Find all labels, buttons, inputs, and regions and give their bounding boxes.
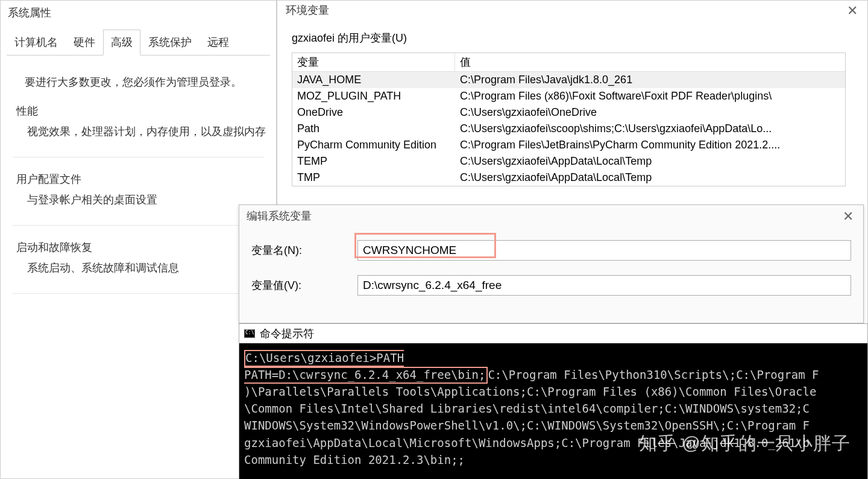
var-value: C:\Users\gzxiaofei\AppData\Local\Temp	[455, 153, 845, 170]
separator	[13, 293, 264, 294]
tab-computer-name[interactable]: 计算机名	[7, 30, 66, 55]
var-value: C:\Users\gzxiaofei\OneDrive	[455, 104, 845, 121]
cmd-path-prefix: PATH=D:\cwrsync_6.2.4_x64_free\bin;	[244, 368, 485, 381]
var-name: PyCharm Community Edition	[292, 137, 455, 153]
col-header-value[interactable]: 值	[455, 53, 845, 71]
table-row[interactable]: OneDrive C:\Users\gzxiaofei\OneDrive	[292, 104, 845, 121]
tab-advanced[interactable]: 高级	[103, 30, 140, 56]
cmd-output[interactable]: C:\Users\gzxiaofei>PATH PATH=D:\cwrsync_…	[239, 343, 867, 479]
performance-label: 性能	[16, 95, 266, 122]
cmd-prompt-line: C:\Users\gzxiaofei>PATH	[245, 351, 404, 364]
variable-name-label: 变量名(N):	[251, 243, 357, 258]
tab-system-protection[interactable]: 系统保护	[140, 30, 200, 55]
user-vars-table: 变量 值 JAVA_HOME C:\Program Files\Java\jdk…	[292, 52, 846, 186]
col-header-variable[interactable]: 变量	[292, 53, 455, 71]
system-properties-dialog: 系统属性 计算机名 硬件 高级 系统保护 远程 要进行大多数更改，您必须作为管理…	[0, 0, 277, 479]
var-name: OneDrive	[292, 104, 455, 121]
highlight-box: C:\Users\gzxiaofei>PATH PATH=D:\cwrsync_…	[244, 350, 488, 384]
close-icon[interactable]: ✕	[840, 209, 856, 224]
edit-dialog-title: 编辑系统变量	[247, 209, 312, 224]
var-name: MOZ_PLUGIN_PATH	[292, 88, 455, 104]
var-value: C:\Users\gzxiaofei\scoop\shims;C:\Users\…	[455, 121, 845, 137]
var-value: C:\Program Files\Java\jdk1.8.0_261	[455, 72, 845, 88]
variable-value-input[interactable]	[357, 275, 851, 296]
startup-label: 启动和故障恢复	[16, 232, 266, 258]
close-icon[interactable]: ✕	[844, 3, 860, 19]
var-name: Path	[292, 121, 455, 137]
tab-hardware[interactable]: 硬件	[66, 30, 103, 55]
table-row[interactable]: PyCharm Community Edition C:\Program Fil…	[292, 137, 845, 153]
system-properties-title: 系统属性	[1, 1, 276, 22]
table-row[interactable]: Path C:\Users\gzxiaofei\scoop\shims;C:\U…	[292, 121, 845, 137]
var-name: JAVA_HOME	[292, 72, 455, 88]
env-dialog-title: 环境变量	[286, 3, 329, 17]
user-profile-label: 用户配置文件	[16, 163, 266, 190]
user-vars-label: gzxiaofei 的用户变量(U)	[277, 31, 867, 52]
edit-system-variable-dialog: 编辑系统变量 ✕ 变量名(N): 变量值(V):	[239, 205, 864, 323]
tab-remote[interactable]: 远程	[200, 30, 237, 55]
system-properties-tabs: 计算机名 硬件 高级 系统保护 远程	[7, 30, 270, 56]
variable-value-label: 变量值(V):	[251, 278, 357, 293]
cmd-title: 命令提示符	[260, 326, 314, 341]
cmd-icon	[244, 329, 255, 338]
var-name: TEMP	[292, 153, 455, 170]
var-value: C:\Users\gzxiaofei\AppData\Local\Temp	[455, 170, 845, 186]
performance-text: 视觉效果，处理器计划，内存使用，以及虚拟内存	[19, 122, 266, 157]
var-value: C:\Program Files (x86)\Foxit Software\Fo…	[455, 88, 845, 104]
variable-name-input[interactable]	[357, 240, 851, 261]
user-profile-text: 与登录帐户相关的桌面设置	[19, 190, 266, 225]
table-row[interactable]: TMP C:\Users\gzxiaofei\AppData\Local\Tem…	[292, 170, 845, 186]
startup-text: 系统启动、系统故障和调试信息	[19, 258, 266, 293]
var-value: C:\Program Files\JetBrains\PyCharm Commu…	[455, 137, 845, 153]
table-row[interactable]: MOZ_PLUGIN_PATH C:\Program Files (x86)\F…	[292, 88, 845, 104]
table-row[interactable]: TEMP C:\Users\gzxiaofei\AppData\Local\Te…	[292, 153, 845, 170]
watermark: 知乎 @知乎的一只小胖子	[639, 430, 851, 457]
admin-note: 要进行大多数更改，您必须作为管理员登录。	[19, 62, 266, 95]
command-prompt-window: 命令提示符 C:\Users\gzxiaofei>PATH PATH=D:\cw…	[239, 323, 868, 479]
table-row[interactable]: JAVA_HOME C:\Program Files\Java\jdk1.8.0…	[292, 72, 845, 88]
var-name: TMP	[292, 170, 455, 186]
